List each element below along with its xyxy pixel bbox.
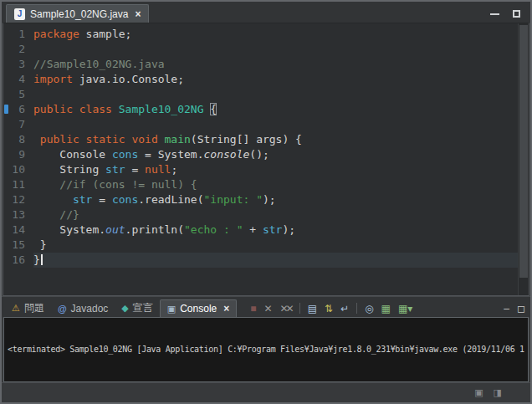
scroll-lock-icon[interactable]: ⇅ — [325, 304, 333, 314]
code-line-content: System.out.println("echo : " + str); — [33, 222, 529, 238]
tab-console[interactable]: ▣ Console × — [160, 299, 237, 317]
code-line[interactable]: 13 //} — [3, 207, 529, 222]
code-line[interactable]: 5 — [3, 87, 529, 102]
code-line[interactable]: 15 } — [3, 238, 529, 253]
line-number[interactable]: 13 — [3, 207, 25, 222]
code-line[interactable]: 14 System.out.println("echo : " + str); — [3, 222, 529, 238]
line-number[interactable]: 8 — [3, 132, 25, 147]
code-line[interactable]: 6public class Sample10_02NG { — [3, 102, 529, 117]
status-console-icon[interactable]: ▣ — [474, 387, 483, 398]
code-line-content: import java.io.Console; — [33, 72, 529, 87]
code-line-content: String str = null; — [33, 162, 529, 177]
editor-tabbar: J Sample10_02NG.java × — [2, 2, 530, 23]
code-line[interactable]: 3//Sample10_02NG.java — [3, 57, 529, 72]
code-line[interactable]: 8 public static void main(String[] args)… — [3, 132, 529, 147]
display-selected-console-icon[interactable]: ▦ — [381, 304, 391, 314]
code-token: = — [125, 163, 145, 176]
code-line[interactable]: 4import java.io.Console; — [3, 72, 529, 87]
editor-scrollbar[interactable] — [518, 23, 529, 295]
eclipse-window: J Sample10_02NG.java × 1package sample;2… — [0, 0, 532, 404]
declaration-icon: ◆ — [121, 303, 128, 314]
console-output[interactable]: <terminated> Sample10_02NG [Java Applica… — [3, 317, 529, 382]
problems-icon: ⚠ — [12, 303, 20, 314]
java-file-icon: J — [14, 8, 25, 20]
line-number[interactable]: 14 — [3, 222, 25, 238]
code-token: str — [105, 163, 125, 176]
code-token: (String[] args) { — [191, 133, 302, 146]
close-console-tab-icon[interactable]: × — [223, 303, 229, 315]
code-token: import — [33, 73, 73, 85]
code-lines[interactable]: 1package sample;23//Sample10_02NG.java4i… — [3, 23, 529, 268]
line-number[interactable]: 3 — [3, 57, 25, 72]
console-toolbar: ■✕✕✕▤⇅↵◎▦▦▾–◻ — [250, 303, 525, 317]
code-token: { — [210, 103, 217, 115]
line-number[interactable]: 16 — [3, 253, 25, 268]
code-token: "echo : " — [184, 223, 243, 236]
code-token: sample; — [79, 28, 132, 40]
clear-console-icon[interactable]: ▤ — [308, 304, 317, 314]
code-token: //Sample10_02NG.java — [33, 58, 165, 70]
open-console-dropdown-icon[interactable]: ▦▾ — [398, 304, 412, 314]
remove-launch-icon[interactable]: ✕ — [263, 304, 272, 314]
terminate-icon[interactable]: ■ — [250, 304, 256, 314]
code-token: ); — [282, 223, 295, 236]
editor-scrollbar-thumb[interactable] — [519, 25, 528, 278]
restore-window-icon[interactable] — [513, 10, 520, 18]
line-number[interactable]: 4 — [3, 72, 25, 87]
code-token: ; — [171, 163, 177, 176]
pin-console-icon[interactable]: ◎ — [365, 304, 373, 314]
console-icon: ▣ — [167, 304, 176, 315]
code-line-content: str = cons.readLine("input: "); — [33, 192, 529, 207]
code-line[interactable]: 12 str = cons.readLine("input: "); — [3, 192, 529, 207]
code-line[interactable]: 11 //if (cons != null) { — [3, 177, 529, 192]
code-token: System. — [33, 223, 105, 236]
code-line-content: //Sample10_02NG.java — [33, 57, 529, 72]
minimize-view-icon[interactable]: – — [504, 304, 509, 314]
minimize-window-icon[interactable] — [490, 13, 499, 15]
word-wrap-icon[interactable]: ↵ — [340, 304, 349, 314]
code-line[interactable]: 10 String str = null; — [3, 162, 529, 177]
code-token: //if (cons != null) { — [33, 178, 197, 191]
line-number[interactable]: 10 — [3, 162, 25, 177]
code-line[interactable]: 2 — [3, 42, 529, 57]
tab-problems[interactable]: ⚠ 問題 — [5, 299, 51, 317]
line-number[interactable]: 15 — [3, 238, 25, 253]
line-number[interactable]: 7 — [3, 117, 25, 132]
status-notification-icon[interactable]: ◨ — [494, 387, 502, 398]
line-number[interactable]: 12 — [3, 192, 25, 207]
code-token: //} — [33, 208, 79, 221]
window-controls — [490, 10, 530, 23]
code-token: } — [33, 238, 47, 251]
code-line-content — [33, 87, 529, 102]
code-token: public static void — [40, 133, 158, 146]
tab-javadoc-label: Javadoc — [71, 303, 109, 315]
console-process-header: <terminated> Sample10_02NG [Java Applica… — [8, 344, 524, 355]
code-line[interactable]: 1package sample; — [3, 27, 529, 42]
code-token: main — [158, 133, 191, 146]
code-line[interactable]: 7 — [3, 117, 529, 132]
code-line-content — [33, 117, 529, 132]
line-number[interactable]: 1 — [3, 27, 25, 42]
editor-tab[interactable]: J Sample10_02NG.java × — [6, 4, 149, 23]
code-token: ); — [263, 193, 276, 206]
code-line[interactable]: 9 Console cons = System.console(); — [3, 147, 529, 162]
tab-javadoc[interactable]: @ Javadoc — [51, 299, 115, 317]
code-line-content: Console cons = System.console(); — [33, 147, 529, 162]
code-line[interactable]: 16} — [3, 253, 529, 268]
code-editor[interactable]: 1package sample;23//Sample10_02NG.java4i… — [3, 23, 529, 296]
line-number[interactable]: 5 — [3, 87, 25, 102]
gutter-marker-icon — [4, 105, 8, 114]
tab-declaration[interactable]: ◆ 宣言 — [115, 299, 159, 317]
line-number[interactable]: 9 — [3, 147, 25, 162]
code-token: cons — [112, 148, 138, 161]
maximize-view-icon[interactable]: ◻ — [517, 304, 525, 314]
close-tab-icon[interactable]: × — [135, 8, 141, 20]
toolbar-separator — [356, 303, 357, 314]
line-number[interactable]: 11 — [3, 177, 25, 192]
code-line-content: package sample; — [33, 27, 529, 42]
code-line-content: public class Sample10_02NG { — [33, 102, 529, 117]
code-line-content: public static void main(String[] args) { — [33, 132, 529, 147]
remove-all-launches-icon[interactable]: ✕✕ — [280, 304, 292, 314]
line-number[interactable]: 2 — [3, 42, 25, 57]
javadoc-icon: @ — [58, 304, 67, 314]
